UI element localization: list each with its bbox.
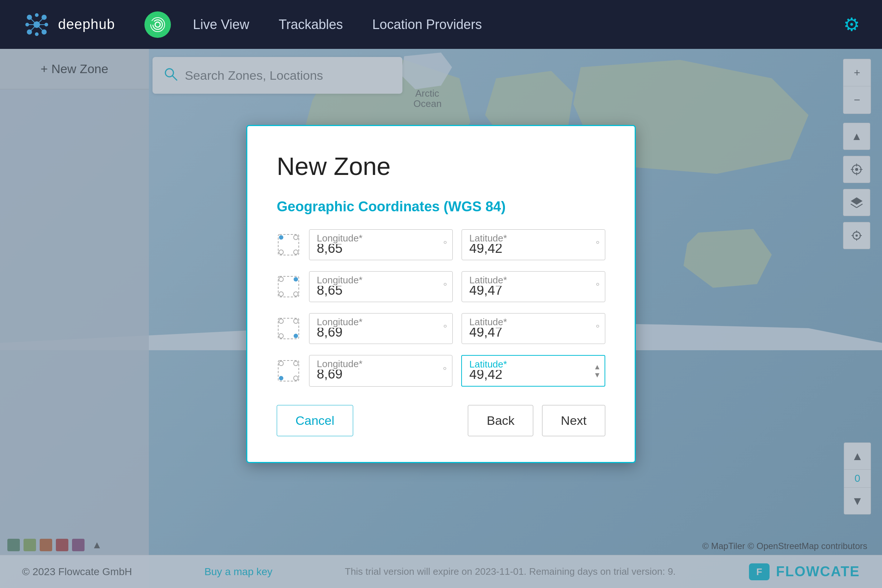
- latitude-label-4: Latitude*: [468, 358, 508, 370]
- longitude-label-3: Longitude*: [315, 316, 364, 328]
- nav-live-view[interactable]: Live View: [193, 17, 249, 32]
- longitude-label-1: Longitude*: [315, 232, 364, 244]
- degree-symbol-3a: °: [443, 322, 447, 334]
- svg-point-15: [155, 22, 160, 27]
- navbar: deephub Live View Trackables Location Pr…: [0, 0, 882, 49]
- latitude-field-2: Latitude* °: [462, 271, 605, 302]
- degree-symbol-2a: °: [443, 281, 447, 292]
- svg-point-75: [279, 361, 284, 366]
- modal-section-title: Geographic Coordinates (WGS 84): [277, 199, 605, 214]
- svg-point-65: [279, 277, 284, 282]
- coord-icon-2: [277, 275, 300, 298]
- degree-symbol-3b: °: [596, 322, 600, 334]
- coord-fields-1: Longitude* ° Latitude* °: [309, 230, 605, 260]
- logo-area: deephub: [22, 10, 115, 39]
- svg-point-60: [279, 235, 284, 240]
- svg-point-1: [35, 13, 39, 17]
- logo-icon: [22, 10, 51, 39]
- svg-point-77: [279, 376, 284, 380]
- svg-point-62: [279, 250, 284, 254]
- svg-point-71: [294, 319, 298, 323]
- back-button[interactable]: Back: [468, 405, 533, 436]
- longitude-field-3: Longitude* °: [309, 313, 453, 344]
- svg-point-16: [153, 20, 162, 29]
- latitude-spinners: ▲ ▼: [594, 358, 601, 383]
- coord-row-4: Longitude* ° Latitude* ▲ ▼: [277, 355, 605, 387]
- coord-fields-4: Longitude* ° Latitude* ▲ ▼: [309, 355, 605, 387]
- degree-symbol-1b: °: [596, 239, 600, 250]
- settings-icon[interactable]: ⚙: [843, 14, 860, 35]
- svg-point-61: [294, 235, 298, 240]
- coord-fields-3: Longitude* ° Latitude* °: [309, 313, 605, 344]
- spinner-down[interactable]: ▼: [594, 371, 601, 378]
- svg-line-10: [37, 17, 44, 25]
- degree-symbol-1a: °: [443, 239, 447, 250]
- latitude-field-1: Latitude* °: [462, 230, 605, 260]
- svg-point-78: [294, 376, 298, 380]
- svg-point-73: [294, 334, 298, 338]
- svg-point-7: [35, 32, 39, 36]
- degree-symbol-2b: °: [596, 281, 600, 292]
- longitude-field-1: Longitude* °: [309, 230, 453, 260]
- latitude-field-4-active: Latitude* ▲ ▼: [461, 355, 605, 387]
- longitude-label-2: Longitude*: [315, 274, 364, 286]
- svg-point-72: [279, 334, 284, 338]
- svg-line-9: [29, 17, 37, 25]
- next-button[interactable]: Next: [542, 405, 605, 436]
- coord-fields-2: Longitude* ° Latitude* °: [309, 271, 605, 302]
- nav-links: Live View Trackables Location Providers: [193, 17, 843, 32]
- svg-line-14: [37, 25, 44, 32]
- svg-point-68: [294, 292, 298, 296]
- coord-icon-3: [277, 317, 300, 340]
- latitude-field-3: Latitude* °: [462, 313, 605, 344]
- svg-line-13: [29, 25, 37, 32]
- coord-icon-4: [277, 359, 300, 382]
- modal-footer: Cancel Back Next: [277, 405, 605, 436]
- nav-trackables[interactable]: Trackables: [279, 17, 343, 32]
- modal-title: New Zone: [277, 152, 605, 180]
- modal-footer-right: Back Next: [468, 405, 605, 436]
- svg-point-66: [294, 277, 298, 282]
- cancel-button[interactable]: Cancel: [277, 405, 353, 436]
- longitude-label-4: Longitude*: [315, 358, 364, 370]
- coord-row-1: Longitude* ° Latitude* °: [277, 230, 605, 260]
- nav-signal-icon[interactable]: [144, 11, 171, 38]
- nav-location-providers[interactable]: Location Providers: [372, 17, 482, 32]
- app-title: deephub: [58, 16, 115, 32]
- signal-icon: [150, 16, 166, 33]
- latitude-label-2: Latitude*: [468, 274, 508, 286]
- svg-point-76: [294, 361, 298, 366]
- latitude-label-1: Latitude*: [468, 232, 508, 244]
- new-zone-modal: New Zone Geographic Coordinates (WGS 84)…: [246, 125, 636, 463]
- svg-point-63: [294, 250, 298, 254]
- svg-point-67: [279, 292, 284, 296]
- longitude-field-4: Longitude* °: [309, 355, 452, 387]
- longitude-field-2: Longitude* °: [309, 271, 453, 302]
- coord-row-2: Longitude* ° Latitude* °: [277, 271, 605, 302]
- coord-row-3: Longitude* ° Latitude* °: [277, 313, 605, 344]
- modal-overlay: New Zone Geographic Coordinates (WGS 84)…: [0, 0, 882, 588]
- degree-symbol-4a: °: [443, 365, 447, 376]
- coord-icon-1: [277, 233, 300, 256]
- latitude-label-3: Latitude*: [468, 316, 508, 328]
- spinner-up[interactable]: ▲: [594, 363, 601, 370]
- svg-point-70: [279, 319, 284, 323]
